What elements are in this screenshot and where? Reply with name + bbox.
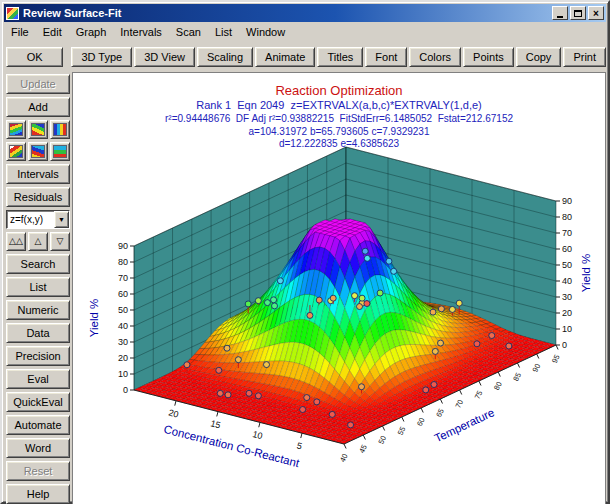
- app-window: Review Surface-Fit × FileEditGraphInterv…: [0, 0, 610, 504]
- plot-style-button-2[interactable]: [28, 120, 48, 139]
- toolbar-button-copy[interactable]: Copy: [516, 47, 562, 67]
- z-axis-title-right: Yield %: [580, 254, 592, 293]
- svg-text:30: 30: [562, 292, 572, 302]
- svg-text:90: 90: [531, 362, 543, 373]
- add-button[interactable]: Add: [6, 97, 70, 117]
- svg-text:90: 90: [562, 196, 572, 206]
- minimize-icon: [557, 16, 563, 18]
- residuals-button[interactable]: Residuals: [6, 187, 70, 207]
- x-axis-title: Concentration Co-Reactant: [163, 423, 302, 469]
- triangle-down-button[interactable]: ▽: [50, 232, 70, 251]
- toolbar-button-3d-type[interactable]: 3D Type: [71, 47, 132, 67]
- title-bar[interactable]: Review Surface-Fit ×: [4, 4, 606, 22]
- svg-text:0: 0: [562, 340, 567, 350]
- plot-params-2: d=12.222835 e=4.6385623: [73, 138, 605, 149]
- plot-stats: r²=0.94448676 DF Adj r²=0.93882215 FitSt…: [73, 113, 605, 124]
- data-button[interactable]: Data: [6, 323, 70, 343]
- mini-plot-icon-2: [31, 123, 45, 136]
- intervals-button[interactable]: Intervals: [6, 164, 70, 184]
- menu-graph[interactable]: Graph: [69, 23, 114, 41]
- svg-text:10: 10: [251, 429, 263, 441]
- window-title: Review Surface-Fit: [23, 7, 550, 19]
- triangle-up-double-button[interactable]: △△: [6, 232, 26, 251]
- update-button: Update: [6, 74, 70, 94]
- menu-intervals[interactable]: Intervals: [113, 23, 169, 41]
- main-content: Update Add Intervals Residuals z=f(x,y) …: [2, 72, 608, 504]
- list-button[interactable]: List: [6, 277, 70, 297]
- plot-style-row-1: [6, 120, 70, 139]
- svg-text:30: 30: [118, 337, 128, 347]
- maximize-icon: [574, 10, 582, 17]
- toolbar: 3D Type3D ViewScalingAnimateTitlesFontCo…: [71, 47, 606, 67]
- close-icon: ×: [593, 8, 599, 19]
- help-button[interactable]: Help: [6, 484, 70, 504]
- svg-text:70: 70: [453, 398, 465, 409]
- svg-text:0: 0: [123, 385, 128, 395]
- word-button[interactable]: Word: [6, 438, 70, 458]
- svg-text:55: 55: [396, 425, 408, 436]
- svg-text:65: 65: [434, 407, 446, 418]
- close-button[interactable]: ×: [588, 6, 604, 20]
- plot-params-1: a=104.31972 b=65.793605 c=7.9329231: [73, 126, 605, 137]
- plot-equation: Rank 1 Eqn 2049 z=EXTRVALX(a,b,c)*EXTRVA…: [73, 99, 605, 111]
- automate-button[interactable]: Automate: [6, 415, 70, 435]
- svg-text:60: 60: [118, 289, 128, 299]
- z-axis-title-left: Yield %: [88, 299, 100, 338]
- svg-text:75: 75: [473, 389, 485, 400]
- precision-button[interactable]: Precision: [6, 346, 70, 366]
- z-function-dropdown[interactable]: z=f(x,y) ▼: [6, 210, 70, 229]
- plot-style-button-1[interactable]: [6, 120, 26, 139]
- svg-text:40: 40: [338, 452, 350, 463]
- eval-button[interactable]: Eval: [6, 369, 70, 389]
- plot-style-button-6[interactable]: [50, 142, 70, 161]
- search-button[interactable]: Search: [6, 254, 70, 274]
- ok-button[interactable]: OK: [6, 47, 63, 67]
- menu-edit[interactable]: Edit: [36, 23, 69, 41]
- svg-text:70: 70: [562, 228, 572, 238]
- maximize-button[interactable]: [570, 6, 586, 20]
- svg-text:50: 50: [562, 260, 572, 270]
- reset-button: Reset: [6, 461, 70, 481]
- menu-list[interactable]: List: [208, 23, 239, 41]
- svg-text:60: 60: [415, 416, 427, 427]
- menu-file[interactable]: File: [4, 23, 36, 41]
- svg-text:10: 10: [562, 324, 572, 334]
- menu-scan[interactable]: Scan: [169, 23, 208, 41]
- svg-text:40: 40: [562, 276, 572, 286]
- svg-text:5: 5: [296, 440, 303, 451]
- plot-style-button-3[interactable]: [50, 120, 70, 139]
- menu-window[interactable]: Window: [239, 23, 292, 41]
- numeric-button[interactable]: Numeric: [6, 300, 70, 320]
- mini-plot-icon-4: [9, 145, 23, 158]
- toolbar-button-animate[interactable]: Animate: [255, 47, 315, 67]
- app-icon: [6, 7, 19, 20]
- toolbar-button-colors[interactable]: Colors: [409, 47, 461, 67]
- plot-style-button-5[interactable]: [28, 142, 48, 161]
- triangle-buttons-row: △△△▽: [6, 232, 70, 251]
- svg-text:50: 50: [118, 305, 128, 315]
- toolbar-button-font[interactable]: Font: [365, 47, 407, 67]
- minimize-button[interactable]: [552, 6, 568, 20]
- plot-title: Reaction Optimization: [73, 83, 605, 98]
- toolbar-button-titles[interactable]: Titles: [317, 47, 363, 67]
- mini-plot-icon-5: [31, 145, 45, 158]
- menu-bar: FileEditGraphIntervalsScanListWindow: [2, 22, 608, 42]
- svg-text:20: 20: [118, 353, 128, 363]
- toolbar-button-3d-view[interactable]: 3D View: [134, 47, 195, 67]
- svg-text:20: 20: [562, 308, 572, 318]
- toolbar-button-scaling[interactable]: Scaling: [197, 47, 253, 67]
- toolbar-button-print[interactable]: Print: [563, 47, 606, 67]
- svg-text:60: 60: [562, 244, 572, 254]
- mini-plot-icon-6: [53, 145, 67, 158]
- svg-text:15: 15: [209, 418, 221, 430]
- plot-style-row-2: [6, 142, 70, 161]
- svg-text:95: 95: [550, 353, 562, 364]
- plot-style-button-4[interactable]: [6, 142, 26, 161]
- sidebar: Update Add Intervals Residuals z=f(x,y) …: [2, 72, 72, 504]
- quickeval-button[interactable]: QuickEval: [6, 392, 70, 412]
- toolbar-button-points[interactable]: Points: [463, 47, 514, 67]
- svg-text:20: 20: [167, 407, 179, 419]
- chevron-down-icon[interactable]: ▼: [54, 211, 69, 228]
- svg-text:85: 85: [511, 371, 523, 382]
- triangle-up-button[interactable]: △: [28, 232, 48, 251]
